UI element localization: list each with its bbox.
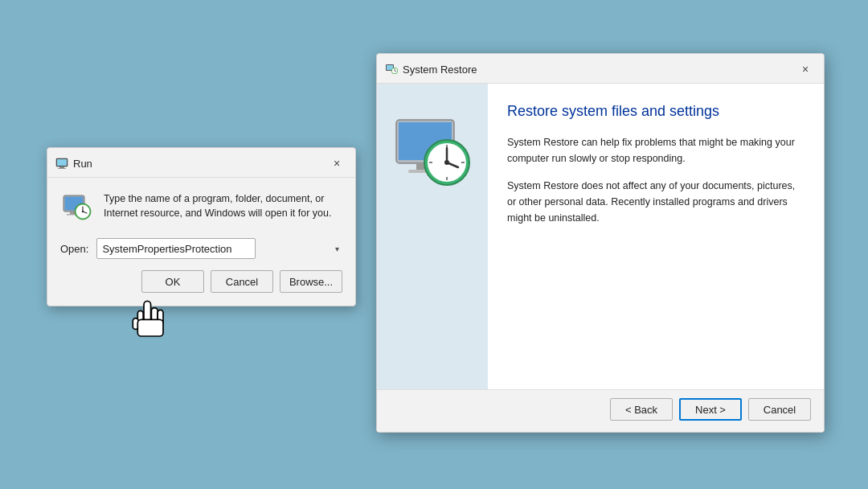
run-input[interactable]: [96, 238, 256, 259]
ok-button[interactable]: OK: [141, 270, 204, 293]
run-description: Type the name of a program, folder, docu…: [104, 191, 342, 220]
sr-cancel-button[interactable]: Cancel: [748, 398, 811, 421]
sr-footer: < Back Next > Cancel: [377, 389, 824, 432]
svg-rect-15: [158, 310, 163, 326]
svg-rect-1: [57, 159, 67, 166]
svg-rect-17: [133, 318, 138, 330]
run-dialog: Run × Type the name of a program, folder…: [47, 147, 356, 306]
sr-right-panel: Restore system files and settings System…: [488, 84, 824, 389]
run-buttons: OK Cancel Browse...: [47, 270, 355, 306]
run-icon: [60, 191, 92, 223]
run-open-row: Open: ▾: [47, 233, 355, 270]
svg-rect-2: [59, 166, 64, 168]
run-open-label: Open:: [60, 243, 88, 255]
sr-illustration-icon: [392, 108, 473, 188]
run-body: Type the name of a program, folder, docu…: [47, 178, 355, 233]
system-restore-dialog: System Restore ×: [376, 53, 825, 433]
sr-title-text: System Restore: [403, 64, 477, 76]
sr-close-button[interactable]: ×: [795, 60, 816, 78]
run-close-button[interactable]: ×: [326, 154, 347, 172]
sr-description-2: System Restore does not affect any of yo…: [507, 178, 805, 226]
sr-back-button[interactable]: < Back: [610, 398, 673, 421]
sr-left-panel: [377, 84, 488, 389]
sr-description-1: System Restore can help fix problems tha…: [507, 134, 805, 166]
sr-content: Restore system files and settings System…: [377, 84, 824, 389]
cancel-button[interactable]: Cancel: [211, 270, 273, 293]
svg-rect-3: [58, 168, 66, 169]
sr-next-button[interactable]: Next >: [679, 398, 742, 421]
svg-rect-16: [137, 310, 143, 326]
sr-title-icon: [385, 63, 398, 76]
run-titlebar: Run ×: [47, 148, 355, 178]
browse-button[interactable]: Browse...: [280, 270, 342, 293]
run-title-icon: [55, 157, 68, 170]
svg-rect-14: [151, 308, 158, 326]
dropdown-arrow-icon: ▾: [335, 244, 339, 253]
svg-rect-18: [137, 319, 163, 336]
sr-heading: Restore system files and settings: [507, 103, 805, 120]
sr-titlebar: System Restore ×: [377, 54, 824, 84]
run-title-text: Run: [73, 158, 92, 170]
